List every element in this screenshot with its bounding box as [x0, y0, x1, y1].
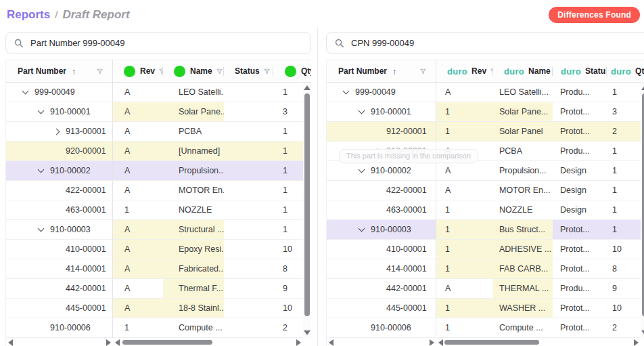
table-row-442-00001[interactable]: 442-00001ATHERMAL ...Produ...9 [327, 279, 641, 299]
pn-column-scrollbar[interactable] [6, 338, 113, 346]
table-row-442-00001[interactable]: 442-00001AThermal F...9 [6, 279, 303, 299]
column-header-status[interactable]: duroStatus [553, 60, 607, 82]
table-row-910-00002[interactable]: 910-00002APropulsion...1 [6, 161, 303, 181]
indent-spacer [51, 181, 62, 200]
horizontal-scrollbar-area [6, 338, 311, 346]
sort-ascending-icon[interactable]: ↑ [72, 66, 76, 77]
table-row-910-00006[interactable]: 910-000061Compute ...Protot...2 [327, 318, 641, 338]
table-row-414-00001[interactable]: 414-00001AFabricated...8 [6, 259, 303, 279]
table-row-912-00001[interactable]: 912-000011Solar PanelProtot...2 [327, 122, 641, 142]
scroll-up-arrow[interactable] [641, 85, 644, 90]
table-row-999-00049[interactable]: 999-00049ALEO Satelli...1 [6, 83, 303, 102]
expand-chevron-icon[interactable] [340, 83, 351, 102]
table-row-445-00001[interactable]: 445-000011WASHER ...Protot...10 [327, 299, 641, 318]
table-row-414-00001[interactable]: 414-000011FAB CARB...Protot...8 [327, 259, 641, 279]
vertical-scrollbar[interactable] [303, 83, 311, 338]
rev-cell: A [436, 279, 493, 298]
column-header-rev[interactable]: duroRev [436, 60, 493, 82]
table-row-422-00001[interactable]: 422-00001AMOTOR En...Design1 [327, 181, 641, 200]
column-header-name[interactable]: duroName [493, 60, 553, 82]
filter-icon[interactable] [419, 68, 427, 75]
data-columns-scrollbar[interactable] [113, 338, 303, 346]
name-cell: PCBA [163, 122, 224, 141]
table-row-913-00001[interactable]: 913-00001APCBA1 [6, 122, 303, 142]
column-header-rev[interactable]: Rev [113, 60, 163, 82]
table-row-910-00001[interactable]: 910-00001ASolar Pane...3 [6, 102, 303, 122]
qty-cell: 1 [273, 161, 303, 180]
breadcrumb-reports-link[interactable]: Reports [7, 8, 50, 22]
expand-chevron-icon[interactable] [51, 122, 62, 141]
source-document-panel: Part Number 999-00049 Part Number↑RevNam… [0, 28, 318, 346]
filter-icon[interactable] [96, 68, 104, 75]
table-row-910-00001[interactable]: 910-000011Solar Pane...Protot...3 [327, 102, 641, 122]
column-header-part-number[interactable]: Part Number↑ [6, 60, 113, 82]
table-row-463-00001[interactable]: 463-000011NOZZLE1 [6, 200, 303, 220]
sort-ascending-icon[interactable]: ↑ [392, 66, 397, 77]
table-row-422-00001[interactable]: 422-00001AMOTOR En...1 [6, 181, 303, 200]
part-number-cell: 463-00001 [6, 200, 113, 219]
duro-logo-icon: duro [611, 66, 631, 77]
horizontal-scroll-thumb[interactable] [444, 340, 539, 345]
expand-chevron-icon[interactable] [35, 220, 46, 239]
table-row-910-00003[interactable]: 910-000031Bus Struct...Protot...1 [327, 220, 641, 240]
scroll-down-arrow[interactable] [304, 330, 310, 335]
expand-chevron-icon[interactable] [35, 102, 46, 121]
name-cell: LEO Satelli... [493, 83, 553, 102]
expand-chevron-icon[interactable] [356, 102, 367, 121]
scroll-up-arrow[interactable] [304, 85, 310, 90]
filter-icon[interactable] [216, 68, 223, 75]
horizontal-scroll-thumb[interactable] [122, 340, 212, 345]
table-row-920-00001[interactable]: 920-00001A[Unnamed]1 [6, 142, 303, 161]
status-cell: Protot... [553, 299, 607, 318]
column-header-label: Qty [301, 66, 311, 76]
indent-spacer [51, 142, 62, 160]
scroll-left-arrow[interactable] [115, 339, 120, 346]
scroll-right-arrow[interactable] [106, 339, 111, 346]
name-cell: NOZZLE [493, 200, 553, 219]
column-header-name[interactable]: Name [163, 60, 224, 82]
filter-icon[interactable] [263, 68, 271, 75]
table-row-910-00002[interactable]: 910-00002APropulsion...Design1 [327, 161, 641, 181]
vertical-scroll-thumb[interactable] [304, 93, 310, 316]
filter-icon[interactable] [158, 68, 163, 75]
column-header-qty[interactable]: Qty [273, 60, 311, 82]
scroll-left-arrow[interactable] [329, 339, 334, 346]
scroll-down-arrow[interactable] [641, 330, 644, 335]
right-search-box[interactable]: CPN 999-00049 [326, 32, 644, 54]
rev-cell: A [113, 279, 163, 298]
scroll-left-arrow[interactable] [8, 339, 13, 346]
indent-spacer [51, 259, 62, 278]
vertical-scrollbar[interactable] [641, 83, 644, 338]
table-row-445-00001[interactable]: 445-00001A18-8 Stainl...10 [6, 299, 303, 318]
left-search-box[interactable]: Part Number 999-00049 [5, 32, 311, 54]
rev-cell: 1 [436, 240, 493, 259]
table-body: 999-00049ALEO Satelli...1910-00001ASolar… [6, 83, 311, 338]
missing-part-tooltip: This part is missing in the comparison [339, 149, 478, 163]
scroll-right-arrow[interactable] [430, 339, 434, 346]
name-cell: WASHER ... [493, 299, 553, 318]
table-row-910-00003[interactable]: 910-00003AStructural ...1 [6, 220, 303, 240]
name-cell: Solar Panel [493, 122, 553, 141]
column-header-part-number[interactable]: Part Number↑ [327, 60, 436, 82]
table-row-410-00001[interactable]: 410-00001AEpoxy Resi...10 [6, 240, 303, 259]
indent-spacer [356, 318, 367, 337]
part-number-cell: 414-00001 [6, 259, 113, 278]
name-cell: Structural ... [163, 220, 224, 239]
expand-chevron-icon[interactable] [356, 161, 367, 180]
pn-column-scrollbar[interactable] [327, 338, 436, 346]
expand-chevron-icon[interactable] [356, 220, 367, 239]
table-row-410-00001[interactable]: 410-000011ADHESIVE ...Protot...10 [327, 240, 641, 259]
scroll-left-arrow[interactable] [438, 339, 443, 346]
expand-chevron-icon[interactable] [35, 161, 46, 180]
part-number-cell: 999-00049 [6, 83, 113, 102]
scroll-right-arrow[interactable] [634, 339, 639, 346]
expand-chevron-icon[interactable] [20, 83, 30, 102]
table-row-463-00001[interactable]: 463-000011NOZZLEDesign1 [327, 200, 641, 220]
table-row-910-00006[interactable]: 910-000061Compute ...2 [6, 318, 303, 338]
column-header-status[interactable]: Status [224, 60, 273, 82]
part-number-cell: 910-00006 [327, 318, 436, 337]
column-header-qty[interactable]: duroQty [607, 60, 644, 82]
data-columns-scrollbar[interactable] [436, 338, 641, 346]
scroll-right-arrow[interactable] [296, 339, 301, 346]
table-row-999-00049[interactable]: 999-00049ALEO Satelli...Produ...1 [327, 83, 641, 102]
